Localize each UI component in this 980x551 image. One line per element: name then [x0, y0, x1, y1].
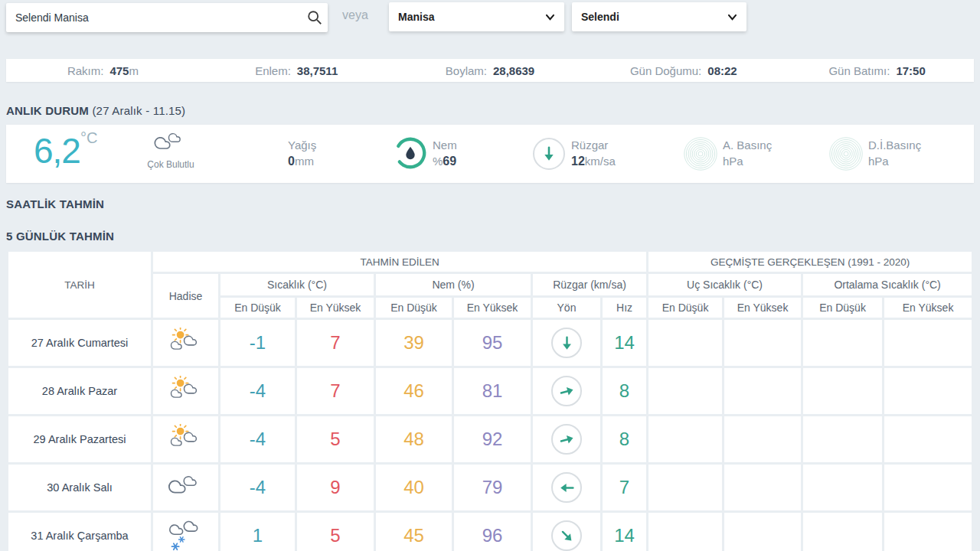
wind-direction-icon [551, 472, 582, 503]
humidity: Nem %69 [433, 137, 457, 169]
header-ext-max: En Yüksek [724, 298, 801, 318]
temp-max-cell: 5 [297, 513, 374, 551]
wind-direction-icon [533, 138, 565, 170]
wind: Rüzgar 12km/sa [571, 137, 616, 169]
partly-cloudy-icon [166, 424, 206, 452]
weather-cell [153, 416, 218, 462]
past-ext-min-cell [648, 416, 722, 462]
chevron-down-icon [727, 14, 737, 21]
temp-min-cell: -1 [220, 320, 295, 366]
header-temp-max: En Yüksek [297, 298, 374, 318]
weather-cell [153, 320, 218, 366]
wind-speed-cell: 14 [603, 320, 646, 366]
header-wind: Rüzgar (km/sa) [533, 274, 646, 295]
header-wind-speed: Hız [603, 298, 646, 318]
past-avg-min-cell [803, 416, 882, 462]
temp-min-cell: -4 [220, 465, 295, 510]
forecast-date: 27 Aralık Cumartesi [8, 320, 151, 366]
wind-dir-cell [533, 513, 600, 551]
past-avg-max-cell [884, 416, 972, 462]
header-avg-temp: Ortalama Sıcaklık (°C) [803, 274, 972, 295]
chevron-down-icon [545, 14, 555, 21]
header-event: Hadise [153, 274, 218, 318]
district-dropdown-value: Selendi [581, 11, 619, 23]
pressure-icon [683, 136, 718, 174]
longitude-info: Boylam:28,8639 [394, 64, 587, 77]
search-icon [306, 9, 323, 26]
wind-dir-cell [533, 465, 600, 510]
wind-direction-icon [551, 376, 582, 406]
condition-label: Çok Bulutlu [138, 159, 204, 170]
temp-max-cell: 7 [297, 320, 374, 366]
current-condition: Çok Bulutlu [138, 132, 204, 170]
temp-min-cell: -4 [220, 416, 295, 462]
hourly-section-title[interactable]: SAATLİK TAHMİN [6, 197, 104, 210]
past-ext-min-cell [648, 513, 722, 551]
forecast-date: 31 Aralık Çarşamba [8, 513, 151, 551]
or-label: veya [342, 8, 368, 22]
past-avg-max-cell [884, 320, 972, 366]
wind-dir-cell [533, 320, 600, 366]
wind-speed-cell: 8 [603, 416, 646, 462]
forecast-row: 27 Aralık Cumartesi -1 7 39 95 14 [8, 320, 972, 366]
header-ext-min: En Düşük [648, 298, 722, 318]
partly-cloudy-icon [166, 328, 206, 355]
partly-cloudy-icon [166, 376, 206, 403]
past-ext-max-cell [724, 513, 801, 551]
temp-min-cell: 1 [220, 513, 295, 551]
hum-min-cell: 48 [376, 416, 452, 462]
droplet-icon [406, 147, 414, 159]
current-temperature: 6,2°C [34, 129, 97, 171]
five-day-section-title[interactable]: 5 GÜNLÜK TAHMİN [6, 230, 114, 243]
wind-dir-cell [533, 368, 600, 414]
sea-level-pressure: D.İ.Basınç hPa [868, 137, 921, 169]
header-avg-min: En Düşük [803, 298, 882, 318]
forecast-row: 28 Aralık Pazar -4 7 46 81 8 [8, 368, 972, 414]
temp-max-cell: 5 [297, 416, 374, 462]
search-button[interactable] [302, 5, 328, 31]
wind-direction-icon [551, 424, 582, 455]
temp-min-cell: -4 [220, 368, 295, 414]
header-temperature: Sıcaklık (°C) [220, 274, 374, 295]
hum-max-cell: 95 [454, 320, 531, 366]
past-ext-max-cell [724, 416, 801, 462]
current-conditions-panel: 6,2°C Çok Bulutlu Yağış 0mm Nem %69 Rüzg… [6, 125, 974, 183]
hum-min-cell: 45 [376, 513, 452, 551]
header-temp-min: En Düşük [220, 298, 295, 318]
header-wind-dir: Yön [533, 298, 600, 318]
forecast-date: 29 Aralık Pazartesi [8, 416, 151, 462]
past-ext-max-cell [724, 465, 801, 510]
past-avg-min-cell [803, 368, 882, 414]
hum-max-cell: 81 [454, 368, 531, 414]
district-dropdown[interactable]: Selendi [572, 2, 746, 31]
temp-max-cell: 7 [297, 368, 374, 414]
hum-max-cell: 96 [454, 513, 531, 551]
header-hum-min: En Düşük [376, 298, 452, 318]
forecast-date: 30 Aralık Salı [8, 465, 151, 510]
wind-speed-cell: 14 [603, 513, 646, 551]
location-info-bar: Rakım: 475m Enlem:38,7511 Boylam:28,8639… [6, 59, 974, 82]
header-extreme-temp: Uç Sıcaklık (°C) [648, 274, 801, 295]
hum-min-cell: 40 [376, 465, 452, 510]
forecast-row: 31 Aralık Çarşamba 1 5 45 96 14 [8, 513, 972, 551]
hum-min-cell: 46 [376, 368, 452, 414]
wind-direction-icon [551, 520, 582, 551]
sunrise-info: Gün Doğumu:08:22 [586, 64, 780, 77]
header-predicted: TAHMİN EDİLEN [153, 252, 646, 272]
past-avg-max-cell [884, 368, 972, 414]
temp-max-cell: 9 [297, 465, 374, 510]
province-dropdown[interactable]: Manisa [389, 2, 564, 31]
header-humidity: Nem (%) [376, 274, 531, 295]
past-ext-max-cell [724, 320, 801, 366]
past-ext-min-cell [648, 368, 722, 414]
search-input[interactable] [6, 3, 302, 32]
forecast-date: 28 Aralık Pazar [8, 368, 151, 414]
hum-max-cell: 92 [454, 416, 531, 462]
hum-max-cell: 79 [454, 465, 531, 510]
province-dropdown-value: Manisa [398, 11, 434, 23]
five-day-forecast-table: TARİH TAHMİN EDİLEN GEÇMİŞTE GERÇEKLEŞEN… [6, 249, 974, 551]
search-box[interactable] [6, 3, 328, 32]
header-past: GEÇMİŞTE GERÇEKLEŞEN (1991 - 2020) [648, 252, 972, 272]
past-ext-min-cell [648, 320, 722, 366]
weather-cell [153, 513, 218, 551]
